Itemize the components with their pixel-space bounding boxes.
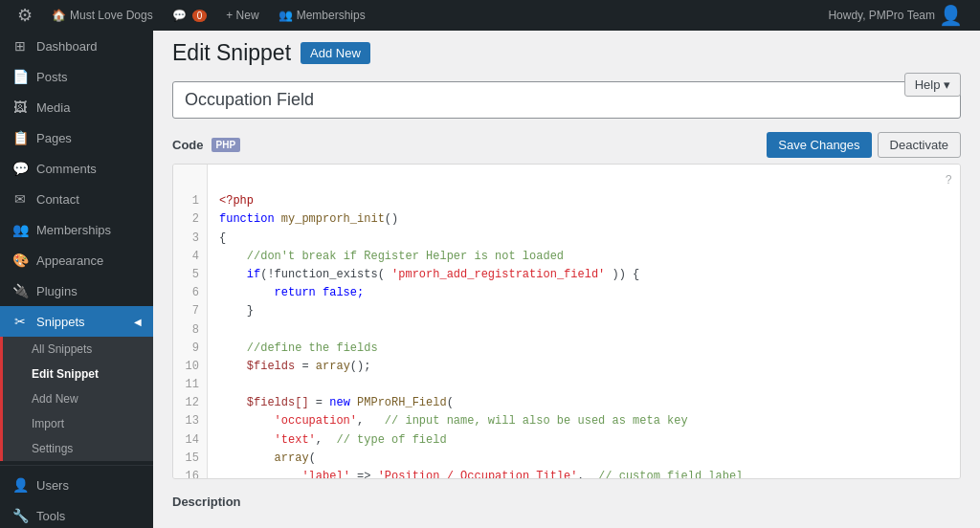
add-new-button[interactable]: Add New <box>301 42 370 64</box>
description-label: Description <box>172 495 961 509</box>
add-new-link[interactable]: + New <box>216 0 268 31</box>
submenu-all-snippets[interactable]: All Snippets <box>3 337 153 362</box>
howdy[interactable]: Howdy, PMPro Team 👤 <box>818 0 972 31</box>
code-header: Code PHP Save Changes Deactivate <box>172 132 961 158</box>
dashboard-icon: ⊞ <box>11 38 29 54</box>
sidebar-item-snippets[interactable]: ✂ Snippets ◀ <box>0 306 153 337</box>
main-content: Edit Snippet Add New Help ▾ Code PHP Sav… <box>153 31 980 528</box>
code-editor[interactable]: ? 1 2 3 4 5 6 7 8 9 10 11 <box>172 164 961 479</box>
wp-logo[interactable]: ⚙ <box>8 0 42 31</box>
site-name[interactable]: 🏠 Must Love Dogs <box>42 0 163 31</box>
sidebar-item-comments[interactable]: 💬 Comments <box>0 153 153 184</box>
save-changes-button[interactable]: Save Changes <box>767 132 871 158</box>
sidebar-item-contact[interactable]: ✉ Contact <box>0 184 153 214</box>
media-icon: 🖼 <box>11 99 29 115</box>
users-icon: 👤 <box>11 477 29 493</box>
deactivate-button[interactable]: Deactivate <box>878 132 961 158</box>
sidebar-item-dashboard[interactable]: ⊞ Dashboard <box>0 31 153 61</box>
sidebar-item-users[interactable]: 👤 Users <box>0 470 153 500</box>
sidebar-item-memberships[interactable]: 👥 Memberships <box>0 214 153 245</box>
description-section: Description <box>172 495 961 509</box>
submenu-add-new[interactable]: Add New <box>3 386 153 411</box>
posts-icon: 📄 <box>11 69 29 84</box>
comments-icon: 💬 <box>11 161 29 176</box>
contact-icon: ✉ <box>11 191 29 207</box>
help-button[interactable]: Help ▾ <box>904 73 961 97</box>
sidebar-item-appearance[interactable]: 🎨 Appearance <box>0 245 153 275</box>
sidebar-item-media[interactable]: 🖼 Media <box>0 92 153 122</box>
submenu-edit-snippet[interactable]: Edit Snippet <box>3 362 153 386</box>
page-title: Edit Snippet <box>172 40 291 66</box>
comments-link[interactable]: 💬 0 <box>163 0 217 31</box>
sidebar: ⊞ Dashboard 📄 Posts 🖼 Media 📋 Pages 💬 Co… <box>0 31 153 528</box>
appearance-icon: 🎨 <box>11 253 29 268</box>
memberships-icon: 👥 <box>11 222 29 237</box>
submenu-settings[interactable]: Settings <box>3 436 153 461</box>
sidebar-item-posts[interactable]: 📄 Posts <box>0 61 153 92</box>
snippets-icon: ✂ <box>11 314 29 329</box>
pages-icon: 📋 <box>11 130 29 145</box>
sidebar-item-plugins[interactable]: 🔌 Plugins <box>0 275 153 306</box>
line-numbers: 1 2 3 4 5 6 7 8 9 10 11 12 13 14 <box>173 165 208 479</box>
memberships-link[interactable]: 👥 Memberships <box>269 0 375 31</box>
snippet-name-input[interactable] <box>172 81 961 119</box>
page-header: Edit Snippet Add New Help ▾ <box>172 40 961 66</box>
sidebar-item-tools[interactable]: 🔧 Tools <box>0 500 153 528</box>
submenu-import[interactable]: Import <box>3 411 153 436</box>
help-icon: ? <box>946 172 952 190</box>
plugins-icon: 🔌 <box>11 283 29 298</box>
sidebar-item-pages[interactable]: 📋 Pages <box>0 122 153 153</box>
snippets-submenu: All Snippets Edit Snippet Add New Import… <box>0 337 153 461</box>
tools-icon: 🔧 <box>11 508 29 523</box>
admin-bar: ⚙ 🏠 Must Love Dogs 💬 0 + New 👥 Membershi… <box>0 0 980 31</box>
code-lines: <?php function my_pmprorh_init() { //don… <box>208 165 960 479</box>
